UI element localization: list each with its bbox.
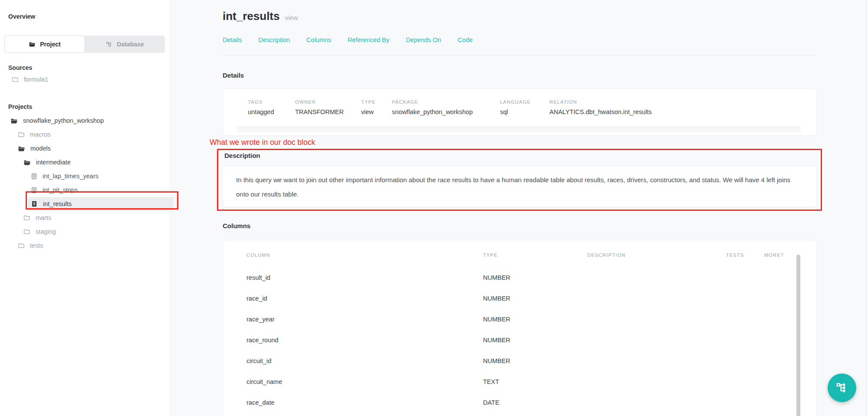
folder-icon: [23, 214, 30, 221]
folder-icon: [18, 242, 25, 249]
sidebar-item-macros[interactable]: macros: [0, 128, 169, 141]
tree-item-label: macros: [30, 131, 51, 138]
sidebar-item-tests[interactable]: tests: [0, 239, 169, 252]
sidebar-item-snowflake-python-workshop[interactable]: snowflake_python_workshop: [0, 114, 169, 128]
sidebar-item-int-lap-times-years[interactable]: int_lap_times_years: [0, 169, 169, 183]
table-row[interactable]: race_round NUMBER: [247, 330, 816, 350]
project-tree: snowflake_python_workshop macros models …: [0, 114, 169, 252]
file-icon: [31, 173, 37, 180]
table-row[interactable]: result_id NUMBER: [247, 267, 816, 288]
lineage-fab-button[interactable]: [828, 373, 856, 402]
tree-item-label: int_pit_stops: [43, 187, 78, 193]
description-text: In this query we want to join out other …: [236, 173, 803, 201]
tree-item-label: int_lap_times_years: [43, 173, 99, 180]
field-value: ANALYTICS.dbt_hwatson.int_results: [549, 108, 652, 115]
sidebar-item-models[interactable]: models: [0, 141, 169, 155]
field-package: PACKAGE snowflake_python_workshop: [392, 99, 500, 115]
annotation-doc-note: What we wrote in our doc block: [210, 138, 817, 147]
details-heading: Details: [223, 72, 817, 79]
columns-card: COLUMN TYPE DESCRIPTION TESTS MORE? resu…: [223, 240, 817, 416]
column-header-column: COLUMN: [247, 252, 483, 259]
cell-column-name: race_year: [247, 316, 483, 323]
cell-column-name: race_date: [247, 399, 483, 406]
table-row[interactable]: race_year NUMBER: [247, 309, 816, 330]
sources-heading: Sources: [8, 64, 169, 71]
column-header-description: DESCRIPTION: [587, 252, 726, 259]
tab-project[interactable]: Project: [4, 36, 85, 53]
folder-icon: [23, 228, 30, 235]
file-icon: [31, 187, 37, 193]
nav-link-code[interactable]: Code: [457, 36, 473, 43]
sidebar-item-marts[interactable]: marts: [0, 211, 169, 225]
field-value: snowflake_python_workshop: [392, 108, 500, 115]
model-nav: Details Description Columns Referenced B…: [223, 36, 817, 43]
nav-link-description[interactable]: Description: [258, 36, 290, 43]
tab-database[interactable]: Database: [85, 36, 165, 53]
lineage-icon: [106, 41, 112, 48]
cell-column-name: race_round: [247, 337, 483, 344]
overview-heading: Overview: [8, 13, 169, 20]
tree-item-label: intermediate: [36, 159, 71, 166]
lineage-icon: [836, 382, 848, 394]
cell-column-type: NUMBER: [483, 337, 587, 344]
field-label: OWNER: [295, 99, 361, 105]
projects-heading: Projects: [8, 103, 169, 110]
cell-column-type: DATE: [483, 399, 587, 406]
tab-database-label: Database: [117, 41, 144, 48]
cell-column-type: NUMBER: [483, 316, 587, 323]
table-row[interactable]: circuit_id NUMBER: [247, 350, 816, 371]
page-scrollbar-track[interactable]: [866, 0, 868, 416]
folder-open-icon: [18, 145, 25, 152]
nav-link-details[interactable]: Details: [223, 36, 242, 43]
tree-item-label: snowflake_python_workshop: [23, 117, 104, 124]
tree-item-label: formula1: [24, 76, 48, 83]
field-value: untagged: [248, 108, 295, 115]
field-value: view: [361, 108, 392, 115]
cell-column-name: circuit_name: [247, 378, 483, 385]
field-label: PACKAGE: [392, 99, 500, 105]
column-header-more: MORE?: [764, 252, 784, 259]
folder-icon: [29, 41, 36, 48]
tree-item-label: int_results: [43, 200, 72, 207]
view-toggle: Project Database: [4, 36, 165, 53]
table-row[interactable]: race_id NUMBER: [247, 288, 816, 309]
columns-table-body: result_id NUMBER race_id NUMBER race_yea…: [247, 267, 816, 416]
table-row[interactable]: race_date DATE: [247, 392, 816, 413]
field-value: sql: [500, 108, 549, 115]
table-row[interactable]: circuit_name TEXT: [247, 371, 816, 392]
sidebar-item-int-pit-stops[interactable]: int_pit_stops: [0, 183, 169, 197]
cell-column-type: NUMBER: [483, 274, 587, 281]
columns-table-header: COLUMN TYPE DESCRIPTION TESTS MORE?: [247, 252, 816, 259]
field-label: TYPE: [361, 99, 392, 105]
field-tags: TAGS untagged: [248, 99, 295, 115]
column-header-tests: TESTS: [726, 252, 764, 259]
table-row[interactable]: race_time TIME: [247, 413, 816, 416]
main-content: int_results view Details Description Col…: [169, 0, 868, 416]
field-owner: OWNER TRANSFORMER: [295, 99, 361, 115]
description-card: In this query we want to join out other …: [223, 166, 817, 207]
sidebar-item-intermediate[interactable]: intermediate: [0, 155, 169, 169]
nav-link-depends-on[interactable]: Depends On: [406, 36, 441, 43]
sidebar-item-int-results[interactable]: int_results: [28, 197, 174, 211]
table-scrollbar[interactable]: [796, 255, 800, 416]
sidebar-item-staging[interactable]: staging: [0, 225, 169, 239]
nav-link-columns[interactable]: Columns: [306, 36, 331, 43]
materialization-badge: view: [285, 14, 298, 21]
tree-item-label: tests: [30, 242, 43, 249]
tree-item-label: staging: [36, 228, 56, 235]
tree-item-label: marts: [36, 214, 51, 221]
field-label: LANGUAGE: [500, 99, 549, 105]
folder-open-icon: [10, 117, 18, 124]
cell-column-type: NUMBER: [483, 357, 587, 364]
nav-divider: [223, 55, 817, 56]
column-header-type: TYPE: [483, 252, 587, 259]
file-filled-icon: [31, 200, 38, 207]
columns-heading: Columns: [223, 222, 817, 229]
cell-column-name: circuit_id: [247, 357, 483, 364]
field-language: LANGUAGE sql: [500, 99, 549, 115]
nav-link-referenced-by[interactable]: Referenced By: [348, 36, 389, 43]
sidebar-item-formula1[interactable]: formula1: [0, 74, 169, 85]
cell-column-type: TEXT: [483, 378, 587, 385]
field-label: RELATION: [549, 99, 652, 105]
cell-column-name: result_id: [247, 274, 483, 281]
